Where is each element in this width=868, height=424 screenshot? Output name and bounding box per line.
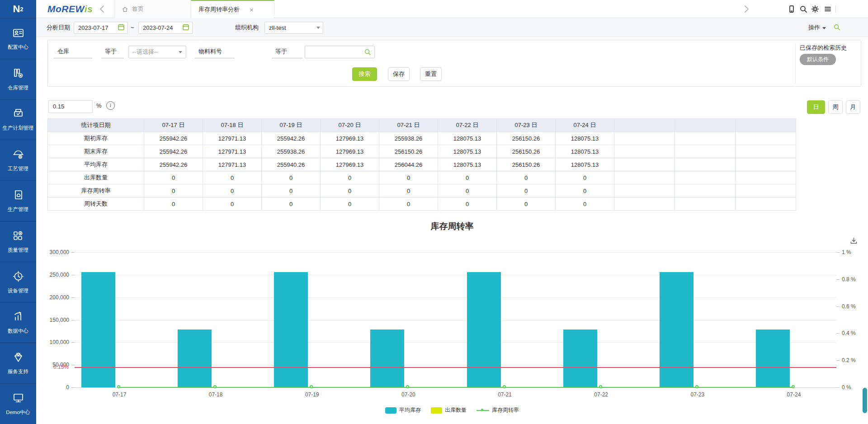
- line-point-07-17[interactable]: [117, 385, 120, 388]
- bar-平均库存-07-20[interactable]: [370, 330, 404, 387]
- value-cell: [736, 158, 796, 171]
- legend-item-库存周转率[interactable]: 库存周转率: [476, 406, 519, 414]
- sidebar-item-4[interactable]: 工艺管理: [0, 140, 36, 180]
- bar-平均库存-07-17[interactable]: [81, 272, 115, 387]
- sidebar-item-label: 服务支持: [8, 368, 28, 375]
- material-field[interactable]: 物料料号: [195, 46, 235, 58]
- table-row: 出库数量00000000: [48, 171, 796, 184]
- filter-search-icon[interactable]: [833, 24, 841, 32]
- sidebar: N2 配置中心仓库管理生产计划管理工艺管理生产管理质量管理设备管理数据中心服务支…: [0, 0, 36, 424]
- table-header-cell: 07-22 日: [438, 119, 497, 132]
- rate-input[interactable]: 0.15: [48, 100, 93, 113]
- value-cell: 128075.13: [438, 132, 497, 145]
- tab-home[interactable]: 首页: [114, 0, 191, 18]
- value-cell: [675, 158, 736, 171]
- sidebar-item-2[interactable]: 仓库管理: [0, 59, 36, 99]
- value-cell: [675, 198, 736, 211]
- sidebar-item-3[interactable]: 生产计划管理: [0, 99, 36, 140]
- period-button-1[interactable]: 日: [807, 100, 825, 114]
- data-icon: [12, 311, 24, 325]
- bar-平均库存-07-21[interactable]: [467, 272, 501, 387]
- bar-平均库存-07-23[interactable]: [660, 272, 693, 387]
- date-from-input[interactable]: 2023-07-17: [74, 22, 128, 34]
- period-button-2[interactable]: 周: [828, 100, 843, 114]
- line-point-07-23[interactable]: [695, 385, 698, 388]
- warehouse-field[interactable]: 仓库: [54, 46, 92, 58]
- row-label-cell: 出库数量: [48, 171, 144, 184]
- value-cell: 0: [497, 171, 556, 184]
- info-icon[interactable]: i: [106, 101, 115, 110]
- menu-icon[interactable]: [824, 5, 832, 13]
- value-cell: [736, 132, 796, 145]
- value-cell: 128075.13: [556, 132, 614, 145]
- sidebar-item-6[interactable]: 质量管理: [0, 221, 36, 262]
- org-label: 组织机构: [235, 18, 259, 37]
- sidebar-item-label: Demo中心: [6, 409, 30, 416]
- material-search-input[interactable]: [305, 46, 375, 58]
- table-header-cell: 统计项日期: [48, 119, 144, 132]
- value-cell: 0: [144, 184, 203, 198]
- warehouse-select[interactable]: --请选择--: [128, 46, 186, 58]
- line-point-07-22[interactable]: [599, 385, 602, 388]
- sidebar-item-5[interactable]: 生产管理: [0, 180, 36, 221]
- period-button-3[interactable]: 月: [846, 100, 860, 114]
- value-cell: 0: [203, 171, 262, 184]
- y-axis-right-tick: 0.6 %: [842, 303, 868, 310]
- production-icon: [12, 189, 24, 203]
- value-cell: [675, 184, 736, 198]
- legend-label: 平均库存: [399, 406, 421, 414]
- bar-平均库存-07-19[interactable]: [274, 272, 308, 387]
- sidebar-item-10[interactable]: Demo中心: [0, 383, 36, 424]
- y-axis-left-tick: 200,000: [38, 294, 69, 301]
- value-cell: [736, 198, 796, 211]
- gridline: [75, 252, 836, 253]
- line-point-07-24[interactable]: [792, 385, 795, 388]
- app-logo-n2[interactable]: N2: [0, 0, 36, 18]
- line-point-07-21[interactable]: [503, 385, 506, 388]
- sidebar-item-label: 设备管理: [8, 287, 28, 294]
- chevron-left-icon[interactable]: [97, 4, 107, 14]
- mobile-icon[interactable]: [788, 5, 796, 13]
- value-cell: [614, 198, 675, 211]
- warehouse-operator-field[interactable]: 等于: [101, 46, 124, 58]
- sidebar-item-8[interactable]: 数据中心: [0, 302, 36, 343]
- value-cell: 0: [438, 184, 497, 198]
- value-cell: 128075.13: [438, 145, 497, 158]
- value-cell: 255942.26: [144, 132, 203, 145]
- sidebar-item-1[interactable]: 配置中心: [0, 18, 36, 59]
- save-button[interactable]: 保存: [388, 67, 410, 81]
- chevron-right-icon[interactable]: [741, 4, 751, 14]
- sidebar-item-9[interactable]: 服务支持: [0, 343, 36, 383]
- legend-item-出库数量[interactable]: 出库数量: [431, 406, 467, 414]
- tab-inventory-turnover[interactable]: 库存周转率分析 ×: [191, 0, 274, 18]
- table-header-cell: 07-18 日: [203, 119, 262, 132]
- value-cell: 128075.13: [556, 145, 614, 158]
- download-icon[interactable]: [850, 237, 858, 245]
- table-row: 期初库存255942.26127971.13255942.26127969.13…: [48, 132, 796, 145]
- value-cell: 0: [556, 184, 614, 198]
- search-icon[interactable]: [799, 5, 807, 13]
- material-operator-field[interactable]: 等于: [272, 46, 302, 58]
- org-select[interactable]: zll-test: [264, 22, 323, 34]
- sidebar-item-7[interactable]: 设备管理: [0, 262, 36, 302]
- legend-item-平均库存[interactable]: 平均库存: [385, 406, 421, 414]
- default-condition-badge[interactable]: 默认条件: [800, 54, 836, 65]
- value-cell: [675, 132, 736, 145]
- search-button[interactable]: 搜索: [352, 67, 377, 81]
- value-cell: 0: [379, 198, 438, 211]
- reset-button[interactable]: 重置: [420, 67, 442, 81]
- value-cell: 0: [379, 184, 438, 198]
- vertical-scrollbar[interactable]: [863, 388, 867, 413]
- gear-icon[interactable]: [811, 5, 819, 13]
- table-header-cell: 07-24 日: [556, 119, 614, 132]
- x-axis-tick: 07-19: [294, 391, 330, 398]
- search-panel: 仓库 等于 --请选择-- 物料料号 等于 搜索 保存 重置 已保存的检索历史 …: [47, 40, 861, 87]
- date-to-input[interactable]: 2023-07-24: [138, 22, 193, 34]
- tab-close-icon[interactable]: ×: [250, 6, 254, 14]
- bar-平均库存-07-22[interactable]: [563, 330, 597, 387]
- tilde-separator: ~: [131, 18, 134, 37]
- bar-平均库存-07-24[interactable]: [756, 330, 790, 387]
- actions-dropdown[interactable]: 操作: [808, 18, 826, 37]
- value-cell: 255938.26: [262, 145, 321, 158]
- bar-平均库存-07-18[interactable]: [178, 330, 212, 387]
